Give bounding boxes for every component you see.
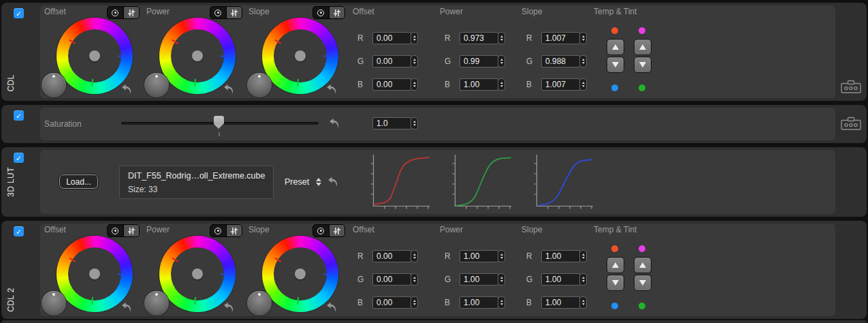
slope-r-field[interactable] (541, 32, 580, 44)
offset-b-stepper[interactable] (411, 296, 418, 309)
offset-r-field[interactable] (372, 32, 411, 44)
tint-down-button[interactable] (634, 275, 652, 291)
offset-b-stepper[interactable] (411, 78, 418, 91)
temp-down-button[interactable] (607, 57, 624, 73)
slope-b-stepper[interactable] (579, 78, 587, 91)
offset-luma-knob[interactable] (42, 291, 66, 316)
slope-b-stepper[interactable] (579, 296, 587, 309)
saturation-stepper[interactable] (411, 117, 418, 129)
power-g-field[interactable] (460, 273, 498, 286)
offset-b-field[interactable] (372, 78, 411, 91)
slope-r-stepper[interactable] (579, 32, 587, 44)
power-g-stepper[interactable] (498, 273, 505, 286)
slope-g-stepper[interactable] (579, 273, 587, 286)
temp-up-button[interactable] (607, 257, 624, 273)
tint-up-button[interactable] (634, 257, 652, 273)
temp-up-button[interactable] (607, 39, 624, 55)
power-reset-button[interactable] (223, 82, 235, 95)
slope-mode-toggle[interactable] (312, 6, 345, 19)
next-module-row-edge (1, 320, 867, 323)
offset-r-field[interactable] (372, 250, 411, 262)
slider-center-tick (219, 132, 220, 136)
wheel-puck[interactable] (295, 268, 306, 279)
green-curve (456, 158, 511, 206)
sliders-mode-segment[interactable] (329, 7, 345, 18)
power-mode-toggle[interactable] (210, 6, 242, 19)
slope-r-stepper[interactable] (579, 250, 587, 262)
wheel-mode-segment[interactable] (108, 225, 123, 236)
wheel-mode-segment[interactable] (210, 225, 226, 236)
load-lut-button[interactable]: Load... (59, 174, 98, 189)
wheel-mode-segment[interactable] (210, 7, 226, 18)
sliders-mode-segment[interactable] (227, 7, 242, 18)
blue-tick-icon (323, 55, 331, 57)
controller-assignment-icon[interactable] (840, 79, 862, 97)
power-luma-knob[interactable] (144, 291, 169, 316)
wheel-puck[interactable] (89, 268, 100, 279)
power-luma-knob[interactable] (144, 73, 169, 97)
saturation-value-field[interactable] (372, 117, 411, 129)
power-b-stepper[interactable] (498, 78, 505, 91)
power-mode-toggle[interactable] (210, 224, 242, 237)
sliders-mode-segment[interactable] (329, 225, 345, 236)
preset-dropdown-arrows-icon[interactable] (316, 178, 321, 186)
power-b-stepper[interactable] (498, 296, 505, 309)
power-r-field[interactable] (460, 32, 498, 44)
offset-mode-toggle[interactable] (107, 224, 140, 237)
power-g-field[interactable] (460, 55, 498, 67)
offset-r-stepper[interactable] (411, 250, 418, 262)
wheel-puck[interactable] (192, 268, 203, 279)
sliders-mode-segment[interactable] (227, 225, 242, 236)
power-b-field[interactable] (460, 78, 498, 91)
cdl2-enabled-checkbox[interactable]: ✓ (14, 226, 24, 236)
lut-enabled-checkbox[interactable]: ✓ (14, 153, 24, 163)
offset-g-field[interactable] (372, 55, 411, 67)
offset-g-field[interactable] (372, 273, 411, 286)
offset-reset-button[interactable] (120, 82, 133, 95)
offset-b-field[interactable] (372, 296, 411, 309)
temp-down-button[interactable] (607, 275, 624, 291)
sliders-mode-segment[interactable] (124, 225, 140, 236)
wheel-puck[interactable] (89, 50, 100, 61)
offset-r-stepper[interactable] (411, 32, 418, 44)
up-arrow-icon (639, 44, 646, 50)
slope-mode-toggle[interactable] (312, 224, 345, 237)
power-r-stepper[interactable] (498, 250, 505, 262)
cdl-enabled-checkbox[interactable]: ✓ (14, 8, 24, 18)
offset-g-stepper[interactable] (411, 55, 418, 67)
lut-reset-button[interactable] (327, 175, 339, 187)
tint-up-button[interactable] (634, 39, 652, 55)
offset-reset-button[interactable] (120, 301, 133, 313)
slope-g-field[interactable] (541, 55, 580, 67)
saturation-slider-thumb[interactable] (214, 116, 224, 124)
sliders-mode-segment[interactable] (124, 7, 140, 18)
wheel-mode-segment[interactable] (313, 225, 329, 236)
offset-luma-knob[interactable] (42, 73, 66, 97)
slope-luma-knob[interactable] (247, 73, 272, 97)
preset-dropdown[interactable]: Preset (285, 177, 309, 187)
slope-luma-knob[interactable] (247, 291, 272, 316)
saturation-reset-button[interactable] (328, 117, 340, 129)
slope-reset-button[interactable] (325, 82, 338, 95)
slope-b-field[interactable] (541, 296, 580, 309)
up-arrow-icon (612, 44, 619, 50)
slope-g-field[interactable] (541, 273, 580, 286)
slope-r-field[interactable] (541, 250, 580, 262)
power-g-stepper[interactable] (498, 55, 505, 67)
wheel-puck[interactable] (295, 50, 306, 61)
wheel-mode-segment[interactable] (313, 7, 329, 18)
slope-reset-button[interactable] (325, 301, 338, 313)
tint-down-button[interactable] (634, 57, 652, 73)
power-reset-button[interactable] (223, 301, 235, 313)
saturation-enabled-checkbox[interactable]: ✓ (14, 110, 24, 121)
power-r-field[interactable] (460, 250, 498, 262)
offset-mode-toggle[interactable] (107, 6, 140, 19)
wheel-puck[interactable] (192, 50, 203, 61)
controller-assignment-icon[interactable] (840, 116, 862, 134)
power-r-stepper[interactable] (498, 32, 505, 44)
slope-b-field[interactable] (541, 78, 580, 91)
slope-g-stepper[interactable] (579, 55, 587, 67)
offset-g-stepper[interactable] (411, 273, 418, 286)
wheel-mode-segment[interactable] (108, 7, 123, 18)
power-b-field[interactable] (460, 296, 498, 309)
